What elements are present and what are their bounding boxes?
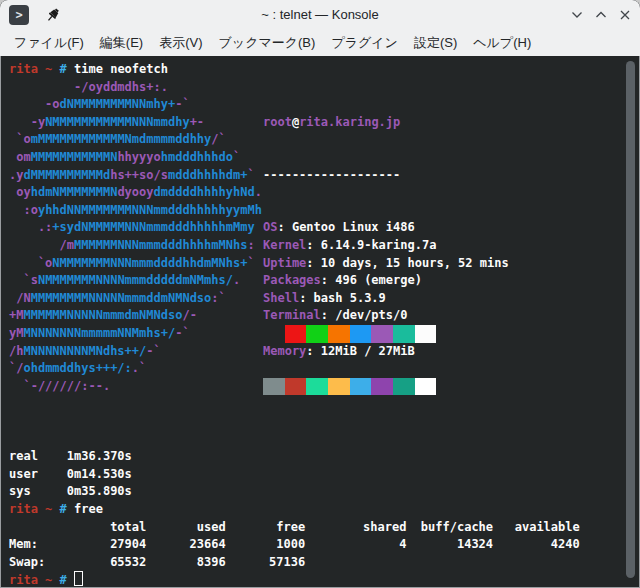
palette-swatch [371, 325, 393, 343]
palette-swatch [350, 325, 372, 343]
konsole-window: > ~ : telnet — Konsole [0, 0, 640, 588]
free-mem-row: Mem: 27904 23664 1000 4 14324 4240 [9, 537, 580, 551]
info-row-shell: Shell: bash 5.3.9 [263, 290, 509, 308]
titlebar[interactable]: > ~ : telnet — Konsole [0, 0, 640, 30]
palette-swatch [263, 325, 285, 343]
neofetch-separator: ------------------- [263, 167, 509, 185]
palette-swatch [393, 325, 415, 343]
palette-swatch [393, 378, 415, 396]
palette-swatch [415, 325, 437, 343]
palette-swatch [415, 378, 437, 396]
chevron-down-icon [569, 7, 585, 23]
palette-swatch [350, 378, 372, 396]
window-title: ~ : telnet — Konsole [0, 0, 640, 30]
command-text: time neofetch [74, 62, 168, 76]
palette-swatch [328, 325, 350, 343]
scrollbar-thumb[interactable] [626, 61, 635, 578]
info-row-kernel: Kernel: 6.14.9-karing.7a [263, 237, 509, 255]
terminal-cursor [74, 571, 83, 586]
prompt-user: rita ~ [9, 62, 60, 76]
maximize-button[interactable] [592, 6, 610, 24]
shell-line-neofetch: rita ~ # time neofetch [9, 61, 168, 79]
menu-edit[interactable]: 編集(E) [92, 31, 151, 55]
menu-help[interactable]: ヘルプ(H) [465, 31, 539, 55]
terminal-bottom-block: real1m36.370s user0m14.530s sys0m35.890s… [9, 448, 580, 588]
color-palette-row-normal [263, 325, 509, 343]
scrollbar-track[interactable] [625, 58, 637, 585]
close-icon [617, 7, 633, 23]
shell-line-current: rita ~ # [9, 573, 83, 587]
free-header: total used free shared buff/cache availa… [9, 520, 580, 534]
close-button[interactable] [616, 6, 634, 24]
menu-file[interactable]: ファイル(F) [6, 31, 92, 55]
color-palette-row-bright [263, 378, 509, 396]
minimize-button[interactable] [568, 6, 586, 24]
chevron-up-icon [593, 7, 609, 23]
palette-swatch [306, 378, 328, 396]
palette-swatch [371, 378, 393, 396]
palette-swatch [306, 325, 328, 343]
neofetch-ascii-art: -/oyddmdhs+:. -odNMMMMMMMMNNmhy+-` -yNMM… [9, 79, 262, 396]
neofetch-info-rows: OS: Gentoo Linux i486Kernel: 6.14.9-kari… [263, 219, 509, 237]
info-row-uptime: Uptime: 10 days, 15 hours, 52 mins [263, 255, 509, 273]
palette-swatch [328, 378, 350, 396]
menu-view[interactable]: 表示(V) [151, 31, 210, 55]
menu-bookmarks[interactable]: ブックマーク(B) [211, 31, 324, 55]
palette-swatch [285, 378, 307, 396]
prompt-symbol: # [60, 62, 74, 76]
info-row-memory: Memory: 12MiB / 27MiB [263, 343, 509, 361]
neofetch-title: root@rita.karing.jp [263, 114, 509, 132]
palette-swatch [263, 378, 285, 396]
time-sys: sys0m35.890s [9, 484, 132, 498]
menu-plugins[interactable]: プラグイン [323, 31, 406, 55]
info-row-terminal: Terminal: /dev/pts/0 [263, 307, 509, 325]
shell-line-free: rita ~ # free [9, 502, 103, 516]
time-user: user0m14.530s [9, 467, 132, 481]
menu-settings[interactable]: 設定(S) [406, 31, 465, 55]
menubar: ファイル(F) 編集(E) 表示(V) ブックマーク(B) プラグイン 設定(S… [0, 30, 640, 56]
info-row-os: OS: Gentoo Linux i486 [263, 219, 509, 237]
time-real: real1m36.370s [9, 449, 132, 463]
free-swap-row: Swap: 65532 8396 57136 [9, 555, 305, 569]
command-text: free [74, 502, 103, 516]
terminal-view[interactable]: rita ~ # time neofetch -/oyddmdhs+:. -od… [1, 56, 639, 587]
palette-swatch [285, 325, 307, 343]
neofetch-info: root@rita.karing.jp ------------------- … [263, 79, 509, 431]
